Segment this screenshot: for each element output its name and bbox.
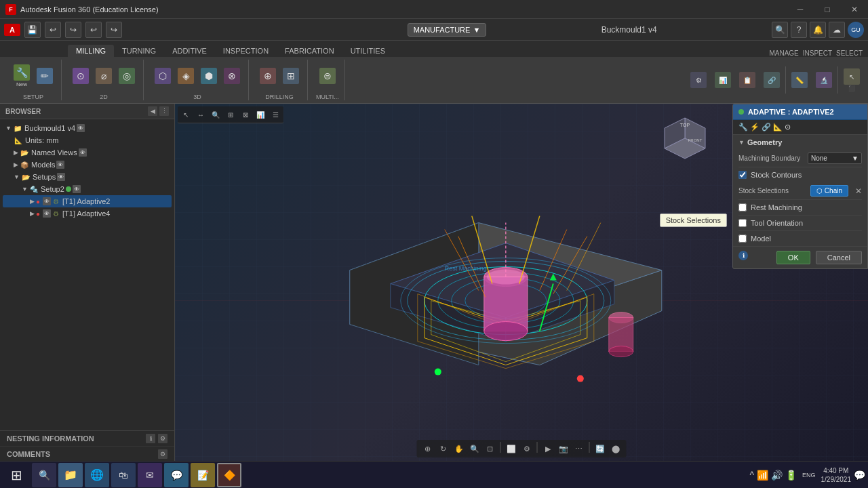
select-btn1[interactable]: ↖⬛ — [841, 67, 863, 93]
tree-item-setup2[interactable]: ▼ 🔩 Setup2 👁 — [3, 183, 172, 195]
file-menu[interactable]: A — [4, 24, 20, 36]
notification-button[interactable]: 🔔 — [810, 22, 826, 38]
view-cube-button[interactable]: ⬜ — [505, 442, 518, 455]
battery-icon[interactable]: 🔋 — [785, 470, 797, 481]
new-setup-button[interactable]: 🔧 New — [11, 63, 33, 89]
chain-button[interactable]: ⬡ Chain — [810, 185, 848, 197]
cancel-button[interactable]: Cancel — [816, 251, 862, 264]
machining-boundary-dropdown[interactable]: None ▼ — [808, 152, 862, 164]
comments-bar[interactable]: COMMENTS ⚙ — [0, 447, 174, 462]
sphere-button[interactable]: ⬤ — [609, 442, 623, 455]
fit-button[interactable]: ⊡ — [484, 442, 497, 455]
visibility-btn-views[interactable]: 👁 — [79, 148, 87, 157]
network-icon[interactable]: 📶 — [757, 470, 768, 481]
taskbar-fusion[interactable]: 🔶 — [217, 463, 241, 487]
search-button[interactable]: 🔍 — [772, 22, 788, 38]
tab-utilities[interactable]: UTILITIES — [342, 45, 393, 57]
rest-machining-checkbox[interactable] — [738, 203, 747, 211]
tool-icon-1[interactable]: 🔧 — [738, 123, 748, 131]
browser-options-button[interactable]: ⋮ — [159, 106, 169, 116]
tool-icon-4[interactable]: 📐 — [773, 123, 783, 131]
close-button[interactable]: ✕ — [841, 0, 868, 19]
visibility-btn-setup2[interactable]: 👁 — [73, 185, 81, 193]
display-settings-button[interactable]: ⚙ — [520, 442, 534, 455]
nesting-information-bar[interactable]: NESTING INFORMATION ℹ ⚙ — [0, 431, 174, 447]
tab-turning[interactable]: TURNING — [114, 45, 164, 57]
visibility-btn-setups[interactable]: 👁 — [57, 173, 65, 181]
notifications-icon[interactable]: 💬 — [854, 470, 865, 481]
nesting-settings-button[interactable]: ⚙ — [158, 434, 167, 443]
tree-item-setups[interactable]: ▼ 📂 Setups 👁 — [3, 171, 172, 183]
3d-btn2[interactable]: ◈ — [175, 66, 197, 85]
undo2-button[interactable]: ↩ — [85, 22, 102, 38]
redo-button[interactable]: ↪ — [65, 22, 81, 38]
viewport-tool-7[interactable]: ☰ — [269, 108, 282, 121]
language-label[interactable]: ENG — [802, 472, 816, 479]
viewport-tool-6[interactable]: 📊 — [254, 108, 267, 121]
taskbar-store[interactable]: 🛍 — [111, 463, 136, 487]
tree-item-adaptive2[interactable]: ▶ ● 👁 ⚙ [T1] Adaptive2 — [3, 195, 172, 207]
visibility-btn-adaptive2[interactable]: 👁 — [43, 197, 51, 205]
geometry-header[interactable]: ▼ Geometry — [733, 135, 867, 150]
select-label[interactable]: SELECT — [836, 49, 863, 57]
viewport-tool-5[interactable]: ⊠ — [239, 108, 252, 121]
tree-item-named-views[interactable]: ▶ 📂 Named Views 👁 — [3, 146, 172, 159]
taskbar-search[interactable]: 🔍 — [32, 463, 56, 487]
cloud-button[interactable]: ☁ — [829, 22, 845, 38]
2d-btn2[interactable]: ⌀ — [93, 66, 115, 85]
systray-chevron[interactable]: ^ — [749, 470, 754, 481]
visibility-btn-models[interactable]: 👁 — [56, 161, 64, 169]
viewport-tool-4[interactable]: ⊞ — [224, 108, 237, 121]
minimize-button[interactable]: ─ — [787, 0, 814, 19]
browser-collapse-button[interactable]: ◀ — [148, 106, 157, 116]
manage-btn4[interactable]: 🔗 — [761, 70, 783, 89]
tab-additive[interactable]: ADDITIVE — [164, 45, 215, 57]
viewport-tool-2[interactable]: ↔ — [194, 108, 208, 121]
quick-save-button[interactable]: 💾 — [24, 22, 41, 38]
animate-button[interactable]: ▶ — [541, 442, 555, 455]
windows-start-button[interactable]: ⊞ — [3, 464, 30, 486]
home-button[interactable]: ⊕ — [421, 442, 435, 455]
manage-btn1[interactable]: ⚙ — [688, 70, 709, 89]
tree-item-adaptive4[interactable]: ▶ ● 👁 ⚙ [T1] Adaptive4 — [3, 207, 172, 220]
taskbar-mail[interactable]: ✉ — [138, 463, 162, 487]
3d-btn4[interactable]: ⊗ — [221, 66, 243, 85]
multi-btn1[interactable]: ⊜ — [317, 66, 338, 85]
tab-fabrication[interactable]: FABRICATION — [277, 45, 342, 57]
user-avatar[interactable]: GU — [848, 22, 864, 38]
visibility-btn-adaptive4[interactable]: 👁 — [43, 209, 51, 218]
drill-btn1[interactable]: ⊕ — [257, 66, 279, 85]
more-button[interactable]: ⋯ — [572, 442, 586, 455]
manage-btn2[interactable]: 📊 — [712, 70, 734, 89]
comments-settings-button[interactable]: ⚙ — [158, 449, 167, 459]
chain-clear-button[interactable]: ✕ — [855, 186, 862, 196]
tree-item-units[interactable]: 📐 Units: mm — [3, 134, 172, 146]
maximize-button[interactable]: □ — [814, 0, 841, 19]
inspect-btn2[interactable]: 🔬 — [813, 70, 835, 89]
viewport-tool-1[interactable]: ↖ — [179, 108, 193, 121]
taskbar-ie[interactable]: 🌐 — [85, 463, 109, 487]
camera-button[interactable]: 📷 — [557, 442, 570, 455]
inspect-label[interactable]: INSPECT — [803, 49, 832, 57]
info-icon[interactable]: ℹ — [738, 251, 748, 260]
tool-orientation-checkbox[interactable] — [738, 219, 747, 227]
drill-btn2[interactable]: ⊞ — [280, 66, 302, 85]
3d-btn1[interactable]: ⬡ — [152, 66, 174, 85]
tab-milling[interactable]: MILLING — [68, 45, 114, 57]
tool-icon-2[interactable]: ⚡ — [750, 123, 760, 131]
zoom-button[interactable]: 🔍 — [468, 442, 481, 455]
clock[interactable]: 4:40 PM 1/29/2021 — [821, 466, 852, 484]
taskbar-skype[interactable]: 💬 — [164, 463, 189, 487]
tool-icon-3[interactable]: 🔗 — [762, 123, 771, 131]
nesting-info-button[interactable]: ℹ — [146, 434, 155, 443]
stock-contours-checkbox[interactable] — [738, 171, 747, 179]
viewport[interactable]: Rest Machining ↖ ↔ 🔍 ⊞ ⊠ 📊 ☰ TOP FRONT — [175, 104, 868, 462]
orbit-button[interactable]: ↻ — [437, 442, 450, 455]
orientation-cube[interactable]: TOP FRONT — [658, 115, 712, 176]
tree-item-models[interactable]: ▶ 📦 Models 👁 — [3, 159, 172, 171]
2d-btn1[interactable]: ⊙ — [70, 66, 92, 85]
tool-icon-5[interactable]: ⊙ — [785, 123, 791, 131]
manage-btn3[interactable]: 📋 — [736, 70, 758, 89]
ok-button[interactable]: OK — [776, 251, 810, 264]
viewport-tool-3[interactable]: 🔍 — [209, 108, 222, 121]
